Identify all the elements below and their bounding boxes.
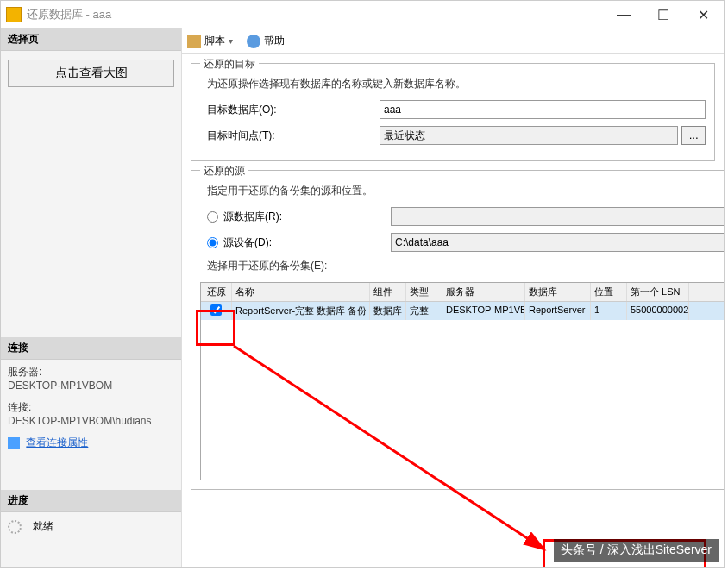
window-icon [6,7,22,22]
source-db-label: 源数据库(R): [223,210,391,224]
target-time-label: 目标时间点(T): [207,129,380,143]
server-label: 服务器: [8,365,174,380]
select-page-header: 选择页 [1,28,181,51]
target-db-label: 目标数据库(O): [207,103,380,117]
progress-status: 就绪 [33,520,53,532]
source-device-field [391,233,724,252]
source-device-radio[interactable] [207,237,218,248]
restore-source-legend: 还原的源 [200,164,248,179]
grid-header-server: 服务器 [442,283,525,301]
source-db-field [391,207,724,226]
link-icon [8,437,20,449]
grid-cell-type: 完整 [406,302,442,320]
grid-header-database: 数据库 [525,283,591,301]
backup-sets-label: 选择用于还原的备份集(E): [200,259,724,273]
grid-cell-name: ReportServer-完整 数据库 备份 [232,302,370,320]
titlebar: 还原数据库 - aaa — ☐ ✕ [1,1,724,28]
script-dropdown-icon[interactable]: ▾ [229,36,233,46]
grid-header-type: 类型 [406,283,442,301]
restore-checkbox[interactable] [210,304,222,316]
help-icon [247,35,260,48]
minimize-button[interactable]: — [612,7,636,23]
window-title: 还原数据库 - aaa [27,7,612,22]
script-button[interactable]: 脚本 [204,34,225,48]
sidebar: 选择页 点击查看大图 连接 服务器: DESKTOP-MP1VBOM 连接: D… [1,28,182,567]
grid-cell-position: 1 [591,302,627,320]
big-image-button[interactable]: 点击查看大图 [8,60,174,87]
connection-label: 连接: [8,400,174,415]
grid-header-name: 名称 [232,283,370,301]
grid-header-restore: 还原 [201,283,232,301]
script-icon [187,35,201,48]
restore-target-group: 还原的目标 为还原操作选择现有数据库的名称或键入新数据库名称。 目标数据库(O)… [191,63,715,161]
grid-header-firstlsn: 第一个 LSN [627,283,689,301]
grid-cell-firstlsn: 550000000021 [627,302,689,320]
grid-row[interactable]: ReportServer-完整 数据库 备份 数据库 完整 DESKTOP-MP… [201,302,724,320]
target-db-combo[interactable] [380,100,706,119]
connection-value: DESKTOP-MP1VBOM\hudians [8,415,174,427]
target-instruction: 为还原操作选择现有数据库的名称或键入新数据库名称。 [200,77,706,91]
toolbar: 脚本 ▾ 帮助 [182,28,724,54]
connection-header: 连接 [1,337,181,360]
grid-cell-component: 数据库 [370,302,406,320]
spinner-icon [8,520,22,534]
backup-sets-grid: 还原 名称 组件 类型 服务器 数据库 位置 第一个 LSN [200,282,724,480]
server-value: DESKTOP-MP1VBOM [8,380,174,392]
grid-header-position: 位置 [591,283,627,301]
view-connection-props-link[interactable]: 查看连接属性 [26,436,88,449]
restore-source-group: 还原的源 指定用于还原的备份集的源和位置。 源数据库(R): [191,170,724,490]
source-device-label: 源设备(D): [223,235,391,250]
target-time-browse-button[interactable]: ... [681,126,706,145]
grid-cell-database: ReportServer [525,302,591,320]
maximize-button[interactable]: ☐ [651,7,675,23]
source-instruction: 指定用于还原的备份集的源和位置。 [200,184,724,198]
source-db-radio[interactable] [207,211,218,223]
progress-header: 进度 [1,490,181,512]
close-button[interactable]: ✕ [691,7,715,23]
grid-cell-server: DESKTOP-MP1VBOM [442,302,525,320]
help-button[interactable]: 帮助 [264,34,285,48]
restore-target-legend: 还原的目标 [200,57,259,72]
watermark: 头条号 / 深入浅出SiteServer [554,539,719,562]
target-time-field [380,126,678,145]
grid-header-component: 组件 [370,283,406,301]
